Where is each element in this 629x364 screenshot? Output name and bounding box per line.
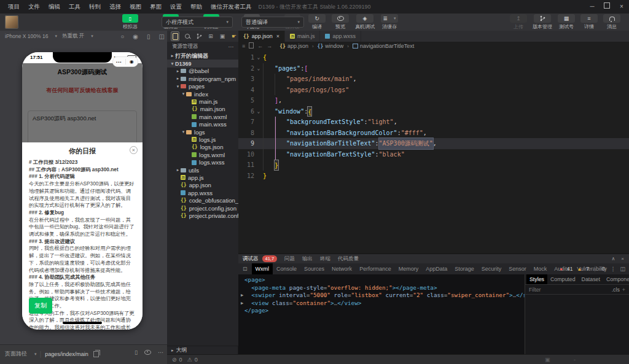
element-node[interactable]: </page> bbox=[240, 307, 523, 315]
devtools-tab-Security[interactable]: Security bbox=[478, 263, 506, 274]
eye-icon[interactable] bbox=[144, 350, 151, 355]
float-window-icon[interactable]: ▣ bbox=[545, 357, 550, 363]
preview-icon[interactable]: ▣ bbox=[219, 32, 226, 41]
menu-item[interactable]: 视图 bbox=[125, 0, 146, 14]
dock-side-icon[interactable]: ◫ bbox=[620, 266, 625, 272]
tab-app.wxss[interactable]: app.wxss bbox=[320, 31, 361, 42]
code-line[interactable]: 2⌄"pages": [ bbox=[238, 63, 629, 74]
explorer-icon[interactable] bbox=[171, 31, 179, 41]
tree-item[interactable]: {}code_obfuscation_conf... bbox=[167, 196, 238, 204]
fold-icon[interactable]: ⌄ bbox=[254, 106, 263, 117]
devtools-tab-Storage[interactable]: Storage bbox=[451, 263, 478, 274]
tree-section[interactable]: ▸打开的编辑器 bbox=[167, 52, 238, 60]
devtools-tab-Wxml[interactable]: Wxml bbox=[252, 263, 273, 274]
code-line[interactable]: 7"backgroundTextStyle": "light", bbox=[238, 117, 629, 128]
tree-item[interactable]: {}project.private.config.js... bbox=[167, 212, 238, 219]
code-line[interactable]: 12} bbox=[238, 171, 629, 182]
menu-item[interactable]: 项目 bbox=[4, 0, 24, 14]
toolbar-button-上传[interactable]: ↥上传 bbox=[510, 14, 527, 30]
code-line[interactable]: 5], bbox=[238, 95, 629, 106]
code-line[interactable]: 10"navigationBarTextStyle": "black" bbox=[238, 149, 629, 160]
tree-item[interactable]: JSmain.js bbox=[167, 98, 238, 105]
devtools-tab-Memory[interactable]: Memory bbox=[395, 263, 423, 274]
tree-item[interactable]: logs.wxml bbox=[167, 151, 238, 158]
code-line[interactable]: 9"navigationBarTitleText": "ASP300源码测试", bbox=[238, 138, 629, 149]
styles-tab-Computed[interactable]: Computed bbox=[547, 274, 579, 284]
list-icon[interactable]: ≡ bbox=[242, 43, 245, 49]
minimize-button[interactable]: ─ bbox=[585, 0, 600, 14]
home-icon[interactable]: ◉ bbox=[126, 58, 138, 66]
devtools-tab-Sources[interactable]: Sources bbox=[300, 263, 328, 274]
code-line[interactable]: 8"navigationBarBackgroundColor": "#fff", bbox=[238, 128, 629, 139]
outline-section[interactable]: ▸ 大纲 bbox=[167, 346, 238, 354]
styles-tab-Component Data[interactable]: Component Data bbox=[603, 274, 629, 284]
more-icon[interactable]: ••• bbox=[113, 60, 125, 64]
copy-icon[interactable] bbox=[93, 351, 99, 357]
filter-input[interactable]: Filter bbox=[529, 287, 541, 293]
toolbar-button-模拟器[interactable]: ▯模拟器 bbox=[117, 14, 144, 30]
tree-item[interactable]: ▾pages bbox=[167, 83, 238, 90]
add-style-icon[interactable]: + bbox=[622, 287, 625, 293]
close-icon[interactable]: ✕ bbox=[130, 146, 138, 154]
tree-item[interactable]: main.wxml bbox=[167, 113, 238, 120]
forward-icon[interactable]: → bbox=[267, 43, 272, 49]
devtools-tab-AppData[interactable]: AppData bbox=[422, 263, 451, 274]
rotate-icon[interactable]: ○ bbox=[120, 33, 124, 40]
device-window-icon[interactable]: ▯ bbox=[135, 349, 138, 355]
tree-item[interactable]: ▾logs bbox=[167, 128, 238, 136]
debugger-tab-终端[interactable]: 终端 bbox=[320, 255, 330, 263]
page-path-label[interactable]: 页面路径 bbox=[5, 350, 27, 358]
cls-toggle[interactable]: .cls bbox=[612, 287, 620, 293]
error-count[interactable]: 41 bbox=[567, 266, 572, 272]
kebab-menu-icon[interactable]: ⋮ bbox=[610, 266, 615, 272]
debugger-tab-调试器[interactable]: 调试器 bbox=[243, 255, 259, 263]
fold-icon[interactable]: ⌄ bbox=[254, 63, 263, 74]
user-avatar[interactable] bbox=[5, 15, 18, 29]
tree-item[interactable]: JSlogs.js bbox=[167, 136, 238, 143]
close-icon[interactable]: × bbox=[276, 33, 279, 39]
more-icon[interactable]: ⋯ bbox=[229, 44, 234, 50]
bookmark-icon[interactable] bbox=[249, 42, 254, 50]
devtools-tab-Mock[interactable]: Mock bbox=[530, 263, 551, 274]
collapse-icon[interactable]: ∧ bbox=[611, 256, 615, 261]
code-line[interactable]: 11} bbox=[238, 160, 629, 171]
tree-item[interactable]: main.wxss bbox=[167, 121, 238, 128]
menu-item[interactable]: 界面 bbox=[146, 0, 166, 14]
toolbar-button-预览[interactable]: 预览 bbox=[332, 14, 349, 30]
toolbar-button-编译[interactable]: ↻编译 bbox=[308, 14, 326, 30]
devtools-tab-Console[interactable]: Console bbox=[273, 263, 300, 274]
hand-icon[interactable]: ☛ bbox=[230, 32, 238, 41]
error-summary-count[interactable]: 0 bbox=[179, 357, 182, 363]
close-icon[interactable]: × bbox=[621, 256, 624, 261]
mode-select[interactable]: 小程序模式 ▾ bbox=[162, 17, 233, 28]
menu-item[interactable]: 选择 bbox=[105, 0, 125, 14]
debugger-tab-问题[interactable]: 问题 bbox=[284, 255, 295, 263]
toolbar-button-版本管理[interactable]: 版本管理 bbox=[533, 14, 552, 30]
warning-count[interactable]: 7 bbox=[586, 266, 589, 272]
fold-icon[interactable]: ⌄ bbox=[254, 52, 263, 63]
wxml-elements-tree[interactable]: <page> <page-meta page-style="overflow: … bbox=[238, 274, 525, 355]
capsule-button[interactable]: ••• ◉ bbox=[112, 56, 138, 67]
tree-item[interactable]: ▸miniprogram_npm bbox=[167, 75, 238, 82]
device-frame-icon[interactable]: ▯ bbox=[147, 33, 150, 40]
breadcrumb-item[interactable]: navigationBarTitleText bbox=[353, 43, 414, 49]
menu-item[interactable]: 设置 bbox=[166, 0, 186, 14]
toolbar-button-测试号[interactable]: ▦测试号 bbox=[558, 14, 575, 30]
tree-item[interactable]: {}logs.json bbox=[167, 144, 238, 151]
element-node[interactable]: <page-meta page-style="overflow: hidden;… bbox=[240, 284, 523, 292]
tree-item[interactable]: ▸utils bbox=[167, 166, 238, 174]
gear-icon[interactable]: ⚙ bbox=[601, 266, 606, 272]
tab-app.json[interactable]: {}app.json× bbox=[238, 31, 285, 42]
search-icon[interactable] bbox=[184, 32, 191, 41]
devtools-tab-Performance[interactable]: Performance bbox=[356, 263, 395, 274]
menu-item[interactable]: 微信开发者工具 bbox=[206, 0, 256, 14]
multi-window-icon[interactable]: ◫ bbox=[159, 33, 165, 40]
tab-main.js[interactable]: JSmain.js bbox=[285, 31, 321, 42]
menu-item[interactable]: 工具 bbox=[64, 0, 85, 14]
compile-select[interactable]: 普通编译 ▾ bbox=[241, 17, 304, 28]
tree-item[interactable]: ▾index bbox=[167, 90, 238, 98]
grid-icon[interactable]: ⊞ bbox=[207, 32, 214, 41]
code-line[interactable]: 6⌄"window": { bbox=[238, 106, 629, 117]
menu-item[interactable]: 文件 bbox=[24, 0, 44, 14]
devtools-tab-Sensor[interactable]: Sensor bbox=[505, 263, 530, 274]
